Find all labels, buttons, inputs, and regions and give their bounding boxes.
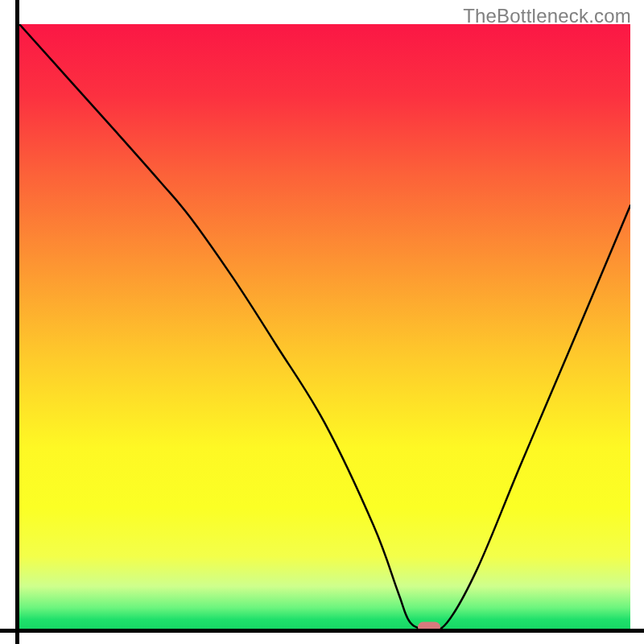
y-axis-line [15, 0, 19, 644]
watermark-text: TheBottleneck.com [463, 5, 631, 27]
chart-container: TheBottleneck.com [0, 0, 644, 644]
x-axis-line [0, 629, 644, 633]
svg-rect-0 [19, 24, 630, 629]
gradient-background [19, 24, 630, 629]
plot-area [19, 24, 630, 629]
